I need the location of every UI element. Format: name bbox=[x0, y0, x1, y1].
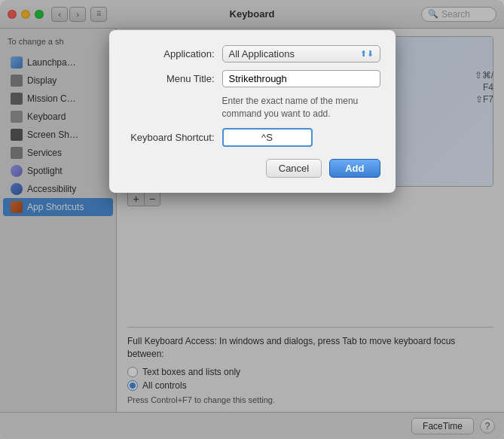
keyboard-window: ‹ › ⠿ Keyboard 🔍 Search To change a sh L… bbox=[0, 0, 504, 439]
application-label: Application: bbox=[124, 48, 222, 59]
application-value: All Applications bbox=[229, 48, 295, 59]
application-dropdown[interactable]: All Applications ⬆⬇ bbox=[222, 45, 380, 62]
modal-hint: Enter the exact name of the menu command… bbox=[222, 95, 380, 120]
menu-title-label: Menu Title: bbox=[124, 73, 222, 84]
cancel-button[interactable]: Cancel bbox=[266, 159, 322, 178]
dropdown-arrow-icon: ⬆⬇ bbox=[360, 49, 374, 59]
modal-buttons: Cancel Add bbox=[124, 159, 380, 178]
application-row: Application: All Applications ⬆⬇ bbox=[124, 45, 380, 62]
modal-add-button[interactable]: Add bbox=[329, 159, 380, 178]
modal-overlay: Application: All Applications ⬆⬇ Menu Ti… bbox=[0, 0, 504, 439]
menu-title-input[interactable] bbox=[222, 70, 380, 87]
keyboard-shortcut-input[interactable] bbox=[222, 128, 313, 147]
keyboard-shortcut-row: Keyboard Shortcut: bbox=[124, 128, 380, 147]
menu-title-row: Menu Title: bbox=[124, 70, 380, 87]
keyboard-shortcut-label: Keyboard Shortcut: bbox=[124, 132, 222, 143]
add-shortcut-modal: Application: All Applications ⬆⬇ Menu Ti… bbox=[109, 30, 396, 193]
